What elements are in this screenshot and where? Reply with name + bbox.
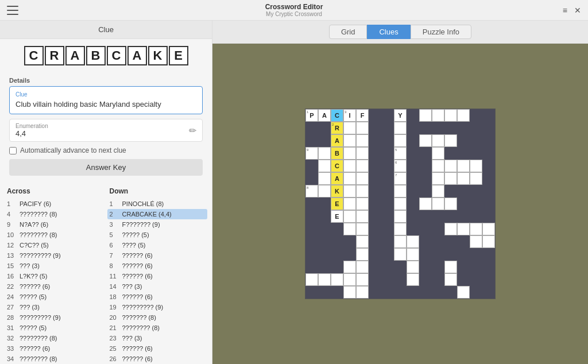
down-clue-item[interactable]: 2CRABCAKE (4,4) <box>107 209 208 219</box>
down-clue-item[interactable]: 5????? (5) <box>107 230 208 240</box>
across-clue-item[interactable]: 9N?A?? (6) <box>5 219 105 230</box>
grid-cell[interactable]: 2R <box>331 122 343 134</box>
grid-cell[interactable] <box>343 261 356 273</box>
grid-cell[interactable] <box>331 273 343 286</box>
grid-cell[interactable] <box>356 286 369 299</box>
grid-cell[interactable] <box>356 172 369 185</box>
tab-clues[interactable]: Clues <box>367 25 410 39</box>
grid-cell[interactable] <box>419 198 432 210</box>
grid-cell[interactable]: Y <box>394 109 407 122</box>
tab-puzzle-info[interactable]: Puzzle Info <box>411 25 471 39</box>
grid-cell[interactable] <box>318 273 331 286</box>
grid-cell[interactable] <box>394 134 407 147</box>
grid-cell[interactable]: A <box>318 109 331 122</box>
down-clue-item[interactable]: 19????????? (9) <box>107 302 208 312</box>
across-clue-item[interactable]: 28????????? (9) <box>5 312 105 323</box>
across-clue-item[interactable]: 15??? (3) <box>5 261 105 271</box>
down-clue-item[interactable]: 21???????? (8) <box>107 323 208 333</box>
grid-cell[interactable] <box>444 273 457 286</box>
grid-cell[interactable]: 3I <box>343 109 356 122</box>
grid-cell[interactable] <box>394 198 407 210</box>
grid-cell[interactable]: 8 <box>305 185 318 198</box>
grid-cell[interactable] <box>407 273 419 286</box>
across-clue-item[interactable]: 22?????? (6) <box>5 281 105 292</box>
grid-cell[interactable] <box>343 122 356 134</box>
tab-grid[interactable]: Grid <box>329 25 368 39</box>
grid-cell[interactable] <box>457 172 470 185</box>
grid-cell[interactable] <box>343 210 356 223</box>
across-clue-item[interactable]: 27??? (3) <box>5 302 105 312</box>
grid-cell[interactable] <box>305 273 318 286</box>
grid-cell[interactable] <box>444 172 457 185</box>
across-clue-item[interactable]: 31????? (5) <box>5 323 105 333</box>
grid-cell[interactable] <box>356 147 369 160</box>
grid-cell[interactable] <box>432 198 444 210</box>
down-clue-item[interactable]: 1PINOCHLÉ (8) <box>107 199 208 209</box>
grid-cell[interactable]: 1P <box>305 109 318 122</box>
down-clue-item[interactable]: 11?????? (6) <box>107 271 208 281</box>
grid-cell[interactable]: A <box>331 172 343 185</box>
across-clue-item[interactable]: 4???????? (8) <box>5 209 105 219</box>
grid-cell[interactable] <box>318 185 331 198</box>
grid-cell[interactable] <box>444 109 457 122</box>
grid-cell[interactable] <box>356 134 369 147</box>
grid-cell[interactable] <box>356 160 369 172</box>
grid-cell[interactable] <box>432 172 444 185</box>
grid-cell[interactable] <box>432 185 444 198</box>
down-clue-item[interactable]: 14??? (3) <box>107 281 208 292</box>
grid-cell[interactable] <box>343 147 356 160</box>
grid-cell[interactable] <box>432 134 444 147</box>
menu-icon[interactable]: ≡ <box>563 6 567 15</box>
grid-cell[interactable]: 6 <box>394 160 407 172</box>
auto-advance-checkbox[interactable] <box>9 147 17 154</box>
grid-cell[interactable]: B <box>331 147 343 160</box>
across-clue-item[interactable]: 10???????? (8) <box>5 230 105 240</box>
grid-cell[interactable] <box>419 109 432 122</box>
grid-cell[interactable] <box>356 122 369 134</box>
grid-cell[interactable] <box>470 160 482 172</box>
grid-cell[interactable] <box>356 261 369 273</box>
clue-list-container[interactable]: Across 1PACIFY (6)4???????? (8)9N?A?? (6… <box>0 185 212 364</box>
grid-cell[interactable] <box>394 210 407 223</box>
grid-cell[interactable] <box>356 223 369 235</box>
grid-cell[interactable] <box>394 223 407 235</box>
grid-cell[interactable] <box>318 172 331 185</box>
grid-cell[interactable] <box>356 248 369 261</box>
close-icon[interactable]: ✕ <box>574 6 581 15</box>
down-clue-item[interactable]: 26?????? (6) <box>107 354 208 364</box>
grid-cell[interactable]: 7 <box>394 172 407 185</box>
grid-cell[interactable] <box>343 223 356 235</box>
grid-cell[interactable] <box>343 185 356 198</box>
grid-cell[interactable] <box>432 147 444 160</box>
down-clue-item[interactable]: 6???? (5) <box>107 240 208 250</box>
grid-cell[interactable]: F <box>356 109 369 122</box>
grid-cell[interactable] <box>356 198 369 210</box>
sidebar-toggle-button[interactable] <box>7 6 18 15</box>
grid-cell[interactable] <box>470 172 482 185</box>
across-clue-item[interactable]: 16L?K?? (5) <box>5 271 105 281</box>
across-clue-item[interactable]: 33?????? (6) <box>5 343 105 354</box>
grid-cell[interactable]: A <box>331 134 343 147</box>
grid-cell[interactable] <box>343 273 356 286</box>
grid-cell[interactable] <box>457 109 470 122</box>
grid-cell[interactable] <box>444 160 457 172</box>
grid-cell[interactable] <box>318 147 331 160</box>
grid-cell[interactable] <box>356 210 369 223</box>
grid-cell[interactable]: K <box>331 185 343 198</box>
grid-cell[interactable] <box>394 248 407 261</box>
grid-cell[interactable] <box>394 122 407 134</box>
grid-cell[interactable] <box>444 261 457 273</box>
grid-cell[interactable] <box>343 134 356 147</box>
grid-cell[interactable]: 5 <box>394 147 407 160</box>
crossword-grid[interactable]: 1PAC3IFY2RA9B5C6A78KEE <box>305 109 496 299</box>
grid-cell[interactable] <box>482 235 495 248</box>
grid-cell[interactable] <box>482 223 495 235</box>
grid-cell[interactable] <box>394 235 407 248</box>
grid-cell[interactable]: E <box>331 198 343 210</box>
down-clue-item[interactable]: 25?????? (6) <box>107 343 208 354</box>
grid-cell[interactable] <box>407 261 419 273</box>
grid-cell[interactable] <box>444 134 457 147</box>
clue-input-area[interactable]: Clue <box>9 86 203 114</box>
clue-input[interactable] <box>16 100 196 109</box>
across-clue-item[interactable]: 32???????? (8) <box>5 333 105 343</box>
